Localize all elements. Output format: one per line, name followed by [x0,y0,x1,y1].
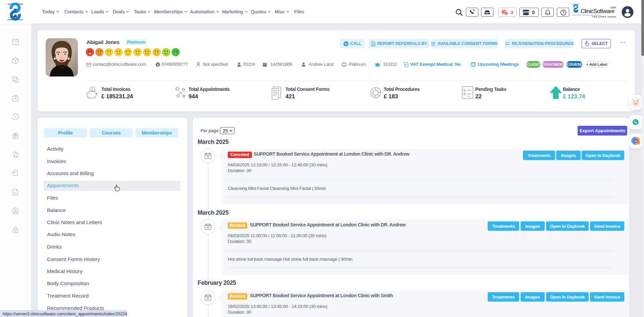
svg-text:.com: .com [610,6,616,9]
svg-text:12: 12 [472,64,475,66]
svg-text:$: $ [91,88,93,91]
svg-text:TEN STEPS AHEAD: TEN STEPS AHEAD [592,16,616,18]
svg-text:AI: AI [634,140,637,143]
svg-text:ClinicSoftware: ClinicSoftware [581,8,614,14]
svg-text:12: 12 [14,42,17,45]
svg-text:?: ? [562,10,565,14]
